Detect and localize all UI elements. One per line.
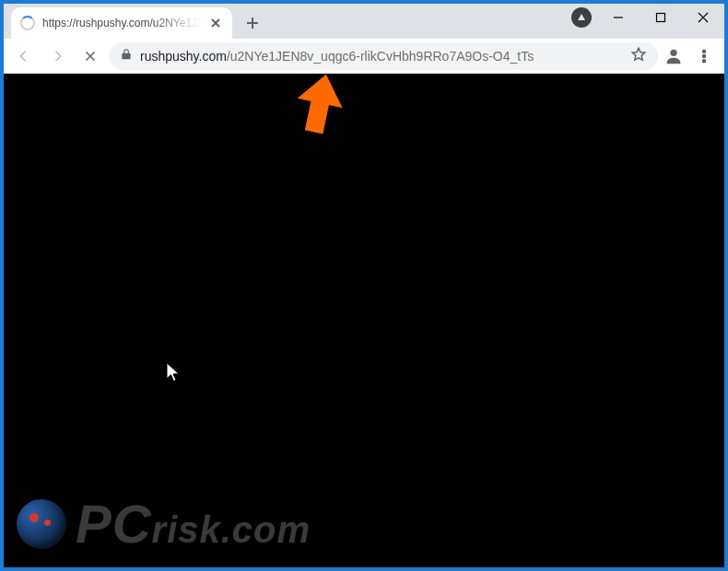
window-maximize-button[interactable]: [640, 4, 682, 31]
forward-button[interactable]: [42, 41, 72, 71]
url-path: /u2NYe1JEN8v_uqgc6-rlikCvHbh9RRo7A9Os-O4…: [227, 49, 534, 64]
lock-icon: [120, 48, 133, 64]
svg-marker-0: [578, 14, 585, 20]
watermark-badge-icon: [17, 499, 66, 549]
close-tab-button[interactable]: [208, 16, 223, 30]
window-minimize-button[interactable]: [597, 4, 640, 31]
svg-point-2: [670, 49, 676, 55]
svg-rect-1: [657, 14, 665, 22]
browser-toolbar: rushpushy.com/u2NYe1JEN8v_uqgc6-rlikCvHb…: [4, 39, 724, 74]
window-controls: [571, 4, 724, 31]
svg-point-3: [703, 50, 706, 52]
watermark-text: PCrisk.com: [76, 497, 311, 551]
tab-title: https://rushpushy.com/u2NYe1JE: [42, 17, 201, 29]
extension-indicator-icon[interactable]: [571, 7, 592, 28]
svg-point-5: [703, 59, 706, 62]
watermark-pc: PC: [76, 494, 152, 554]
browser-menu-button[interactable]: [689, 41, 719, 71]
page-viewport: PCrisk.com: [4, 74, 724, 567]
mouse-cursor-icon: [166, 362, 182, 384]
svg-point-4: [703, 54, 706, 57]
browser-tab[interactable]: https://rushpushy.com/u2NYe1JE: [11, 7, 232, 39]
watermark: PCrisk.com: [17, 497, 311, 551]
url-text: rushpushy.com/u2NYe1JEN8v_uqgc6-rlikCvHb…: [140, 49, 623, 64]
watermark-rest: risk.com: [152, 509, 311, 550]
url-host: rushpushy.com: [140, 49, 227, 64]
address-bar[interactable]: rushpushy.com/u2NYe1JEN8v_uqgc6-rlikCvHb…: [109, 42, 658, 70]
stop-button[interactable]: [76, 41, 105, 71]
profile-button[interactable]: [662, 44, 686, 68]
loading-spinner-icon: [20, 16, 35, 30]
window-close-button[interactable]: [682, 4, 724, 31]
new-tab-button[interactable]: [240, 10, 265, 36]
os-window-frame: https://rushpushy.com/u2NYe1JE: [0, 0, 728, 571]
tab-strip: https://rushpushy.com/u2NYe1JE: [4, 4, 724, 39]
back-button[interactable]: [9, 41, 39, 71]
bookmark-star-button[interactable]: [630, 46, 647, 65]
browser-window: https://rushpushy.com/u2NYe1JE: [4, 4, 724, 567]
